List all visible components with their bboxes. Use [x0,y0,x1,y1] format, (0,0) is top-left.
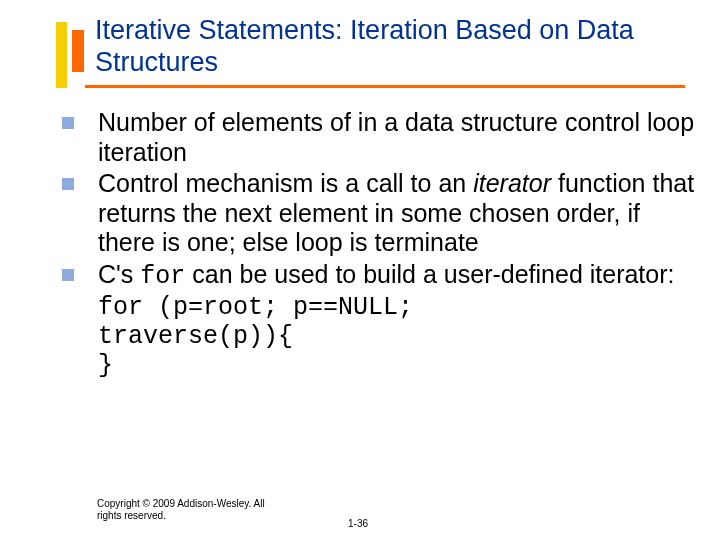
bullet-item: Number of elements of in a data structur… [58,108,698,167]
bullet-text-emph: iterator [473,169,551,197]
slide-title: Iterative Statements: Iteration Based on… [95,14,685,79]
bullet-text: Number of elements of in a data structur… [98,108,694,166]
bullet-text-pre: C's [98,260,140,288]
slide-body: Number of elements of in a data structur… [58,108,698,380]
bullet-icon [62,269,74,281]
slide-title-text: Iterative Statements: Iteration Based on… [95,15,634,77]
accent-bar-orange [72,30,84,72]
bullet-item: Control mechanism is a call to an iterat… [58,169,698,258]
bullet-list: Number of elements of in a data structur… [58,108,698,291]
bullet-text-post: can be used to build a user-defined iter… [185,260,674,288]
bullet-item: C's for can be used to build a user-defi… [58,260,698,292]
copyright-text: Copyright © 2009 Addison-Wesley. All rig… [97,498,267,522]
title-underline [85,85,685,88]
code-line: traverse(p)){ [98,322,698,351]
bullet-text-code: for [140,262,185,291]
accent-bar-yellow [56,22,67,88]
code-block: for (p=root; p==NULL; traverse(p)){ } [58,293,698,380]
bullet-text-pre: Control mechanism is a call to an [98,169,473,197]
bullet-icon [62,178,74,190]
page-number: 1-36 [348,518,368,529]
bullet-icon [62,117,74,129]
code-line: for (p=root; p==NULL; [98,293,698,322]
code-line: } [98,351,698,380]
slide: Iterative Statements: Iteration Based on… [0,0,720,540]
